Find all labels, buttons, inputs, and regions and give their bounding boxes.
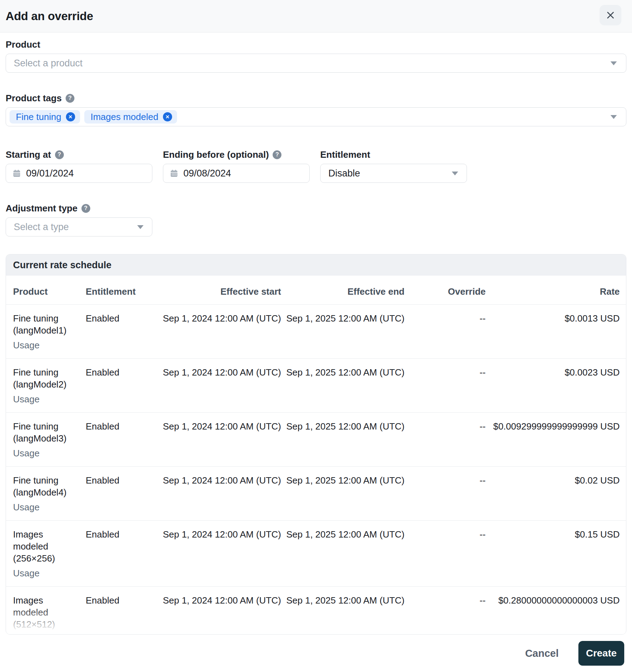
tag-remove-icon[interactable]: ✕ xyxy=(163,112,172,121)
rate-cell: $0.15 USD xyxy=(486,528,620,540)
override-cell: -- xyxy=(405,312,486,324)
ending-before-input[interactable]: 09/08/2024 xyxy=(163,164,310,183)
entitlement-cell: Enabled xyxy=(77,366,147,378)
entitlement-cell: Enabled xyxy=(77,474,147,486)
product-cell: Fine tuning (langModel2) Usage xyxy=(13,366,77,405)
override-cell: -- xyxy=(405,528,486,540)
starting-at-label: Starting at xyxy=(6,149,51,160)
card-title: Current rate schedule xyxy=(13,260,111,271)
tag-images-modeled: Images modeled ✕ xyxy=(84,110,177,124)
starting-at-field-group: Starting at ? 09/01/20 xyxy=(6,149,152,183)
chevron-down-icon xyxy=(610,115,617,119)
effective-start-cell: Sep 1, 2024 12:00 AM (UTC) xyxy=(147,528,281,540)
card-title-bar: Current rate schedule xyxy=(6,254,626,276)
product-name: Fine tuning (langModel4) xyxy=(13,474,77,498)
tag-label: Fine tuning xyxy=(16,112,61,122)
effective-end-cell: Sep 1, 2025 12:00 AM (UTC) xyxy=(281,366,405,378)
table-row: Fine tuning (langModel2) Usage Enabled S… xyxy=(6,359,626,413)
tag-label: Images modeled xyxy=(91,112,158,122)
table-row: Fine tuning (langModel3) Usage Enabled S… xyxy=(6,413,626,467)
effective-end-cell: Sep 1, 2025 12:00 AM (UTC) xyxy=(281,312,405,324)
override-cell: -- xyxy=(405,366,486,378)
current-rate-schedule-card: Current rate schedule Product Entitlemen… xyxy=(6,254,626,635)
product-name: Fine tuning (langModel2) xyxy=(13,366,77,390)
starting-at-value: 09/01/2024 xyxy=(26,168,74,179)
modal-header: Add an override xyxy=(0,0,632,32)
override-cell: -- xyxy=(405,474,486,486)
entitlement-cell: Enabled xyxy=(77,420,147,432)
product-cell: Fine tuning (langModel4) Usage xyxy=(13,474,77,513)
column-header-entitlement: Entitlement xyxy=(77,286,147,297)
product-tags-label: Product tags xyxy=(6,92,62,104)
effective-end-cell: Sep 1, 2025 12:00 AM (UTC) xyxy=(281,474,405,486)
product-tags-select[interactable]: Fine tuning ✕ Images modeled ✕ xyxy=(6,107,626,126)
usage-link[interactable]: Usage xyxy=(13,393,40,405)
product-select[interactable]: Select a product xyxy=(6,54,626,73)
chevron-down-icon xyxy=(610,61,617,65)
product-cell: Images modeled (256×256) Usage xyxy=(13,528,77,579)
tag-fine-tuning: Fine tuning ✕ xyxy=(10,110,80,124)
product-name: Fine tuning (langModel1) xyxy=(13,312,77,336)
effective-end-cell: Sep 1, 2025 12:00 AM (UTC) xyxy=(281,594,405,606)
table-row: Images modeled (256×256) Usage Enabled S… xyxy=(6,521,626,587)
product-label: Product xyxy=(6,39,40,50)
rate-cell: $0.0013 USD xyxy=(486,312,620,324)
usage-link[interactable]: Usage xyxy=(13,567,40,579)
help-icon[interactable]: ? xyxy=(55,150,64,159)
product-name: Fine tuning (langModel3) xyxy=(13,420,77,444)
effective-end-cell: Sep 1, 2025 12:00 AM (UTC) xyxy=(281,420,405,432)
product-cell: Fine tuning (langModel3) Usage xyxy=(13,420,77,459)
help-icon[interactable]: ? xyxy=(273,150,281,159)
help-icon[interactable]: ? xyxy=(66,94,74,103)
override-cell: -- xyxy=(405,594,486,606)
tag-remove-icon[interactable]: ✕ xyxy=(66,112,75,121)
close-icon xyxy=(606,10,615,20)
table-header-row: Product Entitlement Effective start Effe… xyxy=(6,276,626,305)
entitlement-select[interactable]: Disable xyxy=(320,164,467,183)
chevron-down-icon xyxy=(137,225,144,229)
rate-cell: $0.0023 USD xyxy=(486,366,620,378)
usage-link[interactable]: Usage xyxy=(13,447,40,459)
entitlement-label: Entitlement xyxy=(320,149,370,160)
create-button[interactable]: Create xyxy=(578,641,624,666)
column-header-effective-end: Effective end xyxy=(281,286,405,297)
column-header-override: Override xyxy=(405,286,486,297)
effective-start-cell: Sep 1, 2024 12:00 AM (UTC) xyxy=(147,420,281,432)
product-name: Images modeled (256×256) xyxy=(13,528,77,564)
column-header-effective-start: Effective start xyxy=(147,286,281,297)
product-cell: Images modeled (512×512) Usage xyxy=(13,594,77,635)
effective-start-cell: Sep 1, 2024 12:00 AM (UTC) xyxy=(147,594,281,606)
adjustment-type-label: Adjustment type xyxy=(6,203,78,214)
close-button[interactable] xyxy=(600,5,621,25)
ending-before-value: 09/08/2024 xyxy=(183,168,231,179)
effective-start-cell: Sep 1, 2024 12:00 AM (UTC) xyxy=(147,312,281,324)
product-cell: Fine tuning (langModel1) Usage xyxy=(13,312,77,351)
entitlement-cell: Enabled xyxy=(77,528,147,540)
product-name: Images modeled (512×512) xyxy=(13,594,77,630)
adjustment-type-placeholder: Select a type xyxy=(14,222,69,233)
rate-cell: $0.28000000000000003 USD xyxy=(486,594,620,606)
effective-start-cell: Sep 1, 2024 12:00 AM (UTC) xyxy=(147,474,281,486)
column-header-product: Product xyxy=(13,286,77,297)
help-icon[interactable]: ? xyxy=(81,204,90,213)
modal-footer: Cancel Create xyxy=(0,635,632,672)
adjustment-type-field-group: Adjustment type ? Select a type xyxy=(6,203,152,236)
modal-body: Product Select a product Product tags ? … xyxy=(0,39,632,635)
override-cell: -- xyxy=(405,420,486,432)
ending-before-label: Ending before (optional) xyxy=(163,149,269,160)
page-title: Add an override xyxy=(6,10,93,23)
calendar-icon xyxy=(170,169,178,178)
product-select-placeholder: Select a product xyxy=(14,58,83,69)
column-header-rate: Rate xyxy=(486,286,620,297)
entitlement-field-group: Entitlement Disable xyxy=(320,149,467,183)
effective-start-cell: Sep 1, 2024 12:00 AM (UTC) xyxy=(147,366,281,378)
usage-link[interactable]: Usage xyxy=(13,339,40,351)
table-row: Fine tuning (langModel4) Usage Enabled S… xyxy=(6,467,626,521)
cancel-button[interactable]: Cancel xyxy=(523,647,561,660)
entitlement-cell: Enabled xyxy=(77,312,147,324)
table-row: Fine tuning (langModel1) Usage Enabled S… xyxy=(6,305,626,359)
table-body: Fine tuning (langModel1) Usage Enabled S… xyxy=(6,305,626,635)
usage-link[interactable]: Usage xyxy=(13,501,40,513)
starting-at-input[interactable]: 09/01/2024 xyxy=(6,164,152,183)
adjustment-type-select[interactable]: Select a type xyxy=(6,217,152,236)
